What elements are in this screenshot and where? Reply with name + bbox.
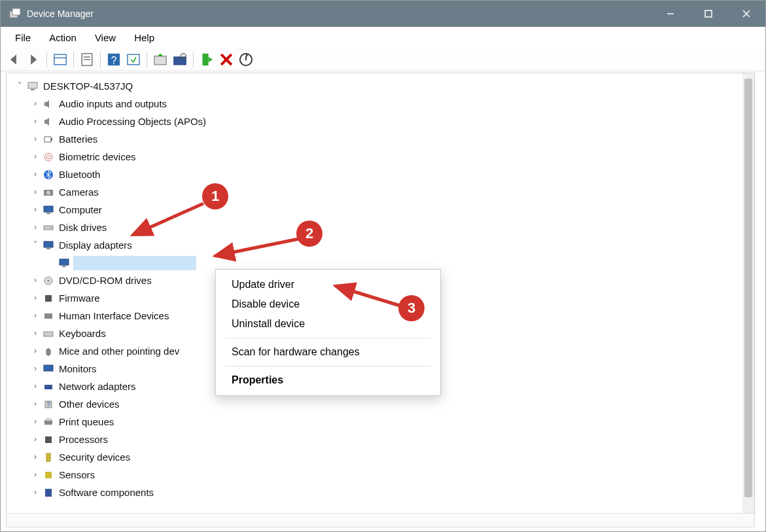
svg-line-54 [133,204,203,235]
close-button[interactable] [727,1,765,27]
speaker-icon [42,98,55,111]
chevron-right-icon[interactable]: › [30,166,41,183]
chevron-down-icon[interactable]: ˅ [14,77,25,95]
tree-item-label: Other devices [58,395,121,413]
svg-rect-53 [45,489,52,497]
chevron-right-icon[interactable]: › [30,448,41,466]
svg-rect-42 [44,332,53,336]
svg-rect-31 [46,213,50,214]
svg-rect-3 [705,10,712,17]
chevron-right-icon[interactable]: › [30,395,41,413]
tree-root[interactable]: ˅ DESKTOP-4L537JQ [14,77,754,95]
svg-rect-48 [44,420,52,425]
svg-point-29 [46,190,50,194]
tree-item-label: Cameras [58,183,100,201]
chevron-right-icon[interactable]: › [30,342,41,360]
context-properties[interactable]: Properties [216,370,440,390]
chevron-right-icon[interactable]: › [30,219,41,236]
display-adapter-icon [42,239,55,252]
chevron-right-icon[interactable]: › [30,201,41,219]
chevron-right-icon[interactable]: › [30,113,41,130]
svg-rect-17 [203,53,209,65]
chevron-right-icon[interactable]: › [30,360,41,378]
uninstall-device-button[interactable] [237,50,255,69]
chevron-right-icon[interactable]: › [30,183,41,201]
toolbar-separator [147,52,147,67]
svg-rect-23 [44,137,51,142]
tree-category-sensors[interactable]: › Sensors [14,466,754,484]
svg-point-25 [44,153,52,161]
tree-item-label: Bluetooth [58,166,101,183]
tree-category-biometric[interactable]: › Biometric devices [14,148,754,166]
nav-back-button[interactable] [5,50,23,69]
disable-device-button[interactable] [217,50,235,69]
tree-category-batteries[interactable]: › Batteries [14,130,754,148]
toolbar: ? [1,48,765,71]
fingerprint-icon [42,151,55,164]
tree-item-label: Print queues [58,413,115,431]
tree-item-label: Audio inputs and outputs [58,95,168,113]
chevron-down-icon[interactable]: ˅ [30,236,41,254]
chevron-right-icon[interactable]: › [30,289,41,307]
tree-item-label: Batteries [58,130,99,148]
vertical-scrollbar[interactable] [742,73,754,524]
tree-item-label: Keyboards [58,325,107,342]
app-icon [9,7,22,20]
disk-icon [42,221,55,234]
tree-item-label: Processors [58,431,109,448]
tree-category-audio-inputs[interactable]: › Audio inputs and outputs [14,95,754,113]
context-separator [225,338,431,338]
context-scan-hardware[interactable]: Scan for hardware changes [216,342,440,362]
tree-category-processors[interactable]: › Processors [14,431,754,448]
printer-icon [42,416,55,429]
toolbar-separator [193,52,194,67]
chevron-right-icon[interactable]: › [30,130,41,148]
menu-file[interactable]: File [6,29,40,46]
maximize-button[interactable] [689,1,727,27]
annotation-callout-3: 3 [398,295,425,321]
monitor-icon [42,363,55,376]
tree-item-label: Network adapters [58,378,137,395]
tree-category-bluetooth[interactable]: › Bluetooth [14,166,754,183]
help-button[interactable]: ? [105,50,123,69]
chevron-right-icon[interactable]: › [30,466,41,484]
svg-point-26 [46,155,50,159]
scan-hardware-button[interactable] [171,50,189,69]
minimize-button[interactable] [652,1,689,27]
svg-text:?: ? [111,54,117,65]
chevron-right-icon[interactable]: › [30,431,41,448]
action-pane-button[interactable] [124,50,143,69]
menu-help[interactable]: Help [125,29,164,46]
nav-forward-button[interactable] [24,50,43,69]
show-hide-console-tree-button[interactable] [51,50,69,69]
tree-category-apos[interactable]: › Audio Processing Objects (APOs) [14,113,754,130]
toolbar-separator [73,52,74,67]
chevron-right-icon[interactable]: › [30,378,41,395]
chevron-right-icon[interactable]: › [30,413,41,431]
chevron-right-icon[interactable]: › [30,484,41,501]
chevron-right-icon[interactable]: › [30,148,41,166]
enable-device-button[interactable] [198,50,216,69]
svg-rect-34 [44,241,53,247]
update-driver-button[interactable] [151,50,169,69]
chip-icon [42,292,55,305]
menu-view[interactable]: View [86,29,125,46]
chevron-right-icon[interactable]: › [30,325,41,342]
tree-category-security-devices[interactable]: › Security devices [14,448,754,466]
tree-category-other-devices[interactable]: › ? Other devices [14,395,754,413]
menu-action[interactable]: Action [40,29,86,46]
svg-point-43 [46,348,51,356]
svg-rect-30 [44,206,53,212]
properties-button[interactable] [78,50,96,69]
tree-category-print-queues[interactable]: › Print queues [14,413,754,431]
tree-item-label: Security devices [58,448,131,466]
tree-item-label: Human Interface Devices [58,307,170,325]
monitor-icon [42,204,55,217]
chevron-right-icon[interactable]: › [30,95,41,113]
annotation-arrow-1 [125,197,210,243]
svg-rect-36 [60,259,69,265]
svg-rect-6 [54,54,66,65]
tree-category-software-components[interactable]: › Software components [14,484,754,501]
chevron-right-icon[interactable]: › [30,307,41,325]
chevron-right-icon[interactable]: › [30,272,41,289]
